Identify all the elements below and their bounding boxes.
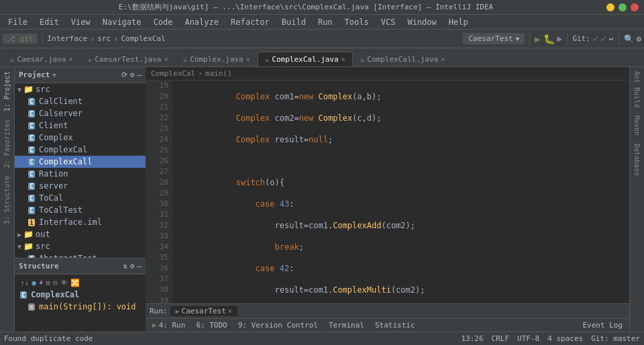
struct-btn2[interactable]: ⚙ xyxy=(130,262,135,270)
bottom-tab-terminal[interactable]: Terminal xyxy=(323,319,370,331)
interface-breadcrumb[interactable]: Interface xyxy=(48,34,88,43)
breadcrumb-main[interactable]: main() xyxy=(205,69,232,78)
panel-maven[interactable]: Maven xyxy=(632,111,642,140)
struct-btn1[interactable]: ⇅ xyxy=(123,262,127,270)
debug-button[interactable]: 🐛 xyxy=(543,34,555,44)
code-editor[interactable]: 19 20 21 22 23 24 25 26 27 28 29 30 31 3… xyxy=(146,81,629,303)
project-title: Project xyxy=(19,70,50,79)
tab-complex[interactable]: ☕ Complex.java × xyxy=(176,52,258,66)
struct-icon-3[interactable]: ♦ xyxy=(39,279,44,287)
src-breadcrumb[interactable]: src xyxy=(97,34,111,43)
menu-item-edit[interactable]: Edit xyxy=(34,16,64,28)
tab-complexcall-close[interactable]: × xyxy=(441,56,445,63)
undo-button[interactable]: ↩ xyxy=(609,34,614,44)
tab-caesar[interactable]: ☕ Caesar.java × xyxy=(3,52,80,66)
complexcal-breadcrumb[interactable]: ComplexCal xyxy=(121,34,165,43)
git-master[interactable]: Git: master xyxy=(591,334,640,343)
tab-caesartest[interactable]: ☕ CaesarTest.java × xyxy=(80,52,176,66)
search-everywhere-icon[interactable]: 🔍 xyxy=(624,34,634,44)
panel-tab-favorites[interactable]: 2: Favorites xyxy=(2,115,12,172)
tree-item-ration[interactable]: C Ration xyxy=(15,168,146,180)
tab-caesartest-icon: ☕ xyxy=(88,55,93,64)
tab-complexcal-icon: ☕ xyxy=(265,55,270,64)
struct-icon-4[interactable]: ⊞ xyxy=(46,279,51,287)
encoding[interactable]: UTF-8 xyxy=(517,334,539,343)
menu-item-file[interactable]: File xyxy=(3,16,33,28)
maximize-button[interactable] xyxy=(619,3,627,11)
struct-icon-5[interactable]: ⊟ xyxy=(53,279,58,287)
structure-main[interactable]: m main(String[]): void xyxy=(17,301,143,313)
run-tab-caesartest[interactable]: ▶ CaesarTest × xyxy=(170,306,237,316)
breadcrumb-bar: ComplexCal › main() xyxy=(146,67,629,81)
indent[interactable]: 4 spaces xyxy=(547,334,583,343)
tree-item-complex[interactable]: C Complex xyxy=(15,132,146,144)
tree-item-client[interactable]: C Client xyxy=(15,119,146,132)
caesartest-run-config[interactable]: CaesarTest ▼ xyxy=(463,33,525,44)
tree-item-calclient[interactable]: C CalClient xyxy=(15,95,146,107)
settings-icon[interactable]: ⚙ xyxy=(130,70,135,79)
title-text: E:\数据结构与java\git] — ...\Interface\src\Co… xyxy=(5,2,606,12)
struct-icon-1[interactable]: ↑↓ xyxy=(20,279,29,287)
tree-item-abstracttest[interactable]: C AbstractTest xyxy=(15,252,146,258)
struct-icon-2[interactable]: ● xyxy=(32,279,36,287)
menu-item-window[interactable]: Window xyxy=(402,16,441,28)
run-play-button[interactable]: ▶ xyxy=(535,34,540,44)
struct-icon-6[interactable]: 👁 xyxy=(60,279,68,287)
menu-item-vcs[interactable]: VCS xyxy=(376,16,401,28)
bottom-tab-run[interactable]: ▶ 4: Run xyxy=(147,319,191,331)
menu-item-refactor[interactable]: Refactor xyxy=(225,16,275,28)
event-log-link[interactable]: Event Log xyxy=(577,319,628,331)
menu-item-analyze[interactable]: Analyze xyxy=(179,16,224,28)
tree-item-calserver[interactable]: C Calserver xyxy=(15,107,146,119)
tree-item-server[interactable]: C server xyxy=(15,180,146,192)
tree-item-tocaltest[interactable]: C ToCalTest xyxy=(15,204,146,216)
menu-item-build[interactable]: Build xyxy=(276,16,311,28)
panel-database[interactable]: Database xyxy=(632,140,642,180)
tab-bar: ☕ Caesar.java × ☕ CaesarTest.java × ☕ Co… xyxy=(0,48,644,67)
tree-item-src2[interactable]: ▼ 📁 src xyxy=(15,240,146,252)
structure-complexcal[interactable]: C ComplexCal xyxy=(17,289,143,301)
tree-item-out[interactable]: ▶ 📁 out xyxy=(15,228,146,240)
panel-tab-structure[interactable]: 3: Structure xyxy=(2,172,12,228)
tab-complexcal-close[interactable]: × xyxy=(341,56,345,63)
struct-btn3[interactable]: — xyxy=(137,262,142,270)
struct-icon-7[interactable]: 🔀 xyxy=(70,279,80,287)
menu-item-view[interactable]: View xyxy=(66,16,96,28)
coverage-button[interactable]: ▶ xyxy=(557,34,563,44)
line-sep[interactable]: CRLF xyxy=(492,334,510,343)
minimize-button[interactable] xyxy=(606,3,614,11)
menu-item-navigate[interactable]: Navigate xyxy=(97,16,147,28)
sync-icon[interactable]: ⟳ xyxy=(121,70,127,79)
menu-item-code[interactable]: Code xyxy=(148,16,178,28)
tree-item-complexcall[interactable]: C ComplexCall xyxy=(15,156,146,168)
run-tab-close[interactable]: × xyxy=(228,307,232,315)
menu-item-help[interactable]: Help xyxy=(443,16,474,28)
breadcrumb-sep: › xyxy=(198,69,203,78)
structure-header: Structure ⇅ ⚙ — xyxy=(15,258,146,275)
tab-caesar-close[interactable]: × xyxy=(68,56,72,63)
tree-item-src-root[interactable]: ▼ 📁 src xyxy=(15,83,146,95)
panel-ant-build[interactable]: Ant Build xyxy=(632,67,642,111)
tree-item-interface-iml[interactable]: i Interface.iml xyxy=(15,216,146,228)
settings-icon[interactable]: ⚙ xyxy=(637,34,641,44)
found-msg: Found duplicate code xyxy=(4,334,93,343)
breadcrumb-complexcal[interactable]: ComplexCal xyxy=(151,69,195,78)
tab-complexcall[interactable]: ☕ ComplexCall.java × xyxy=(353,52,453,66)
tree-item-tocal[interactable]: C ToCal xyxy=(15,192,146,204)
tab-complex-close[interactable]: × xyxy=(246,56,250,63)
close-button[interactable] xyxy=(631,3,639,11)
git-check-1[interactable]: ✓ xyxy=(593,34,598,44)
panel-tab-project[interactable]: 1: Project xyxy=(2,67,12,115)
git-check-2[interactable]: ✓ xyxy=(601,34,606,44)
tree-item-complexcal[interactable]: C ComplexCal xyxy=(15,144,146,156)
hide-icon[interactable]: — xyxy=(137,70,142,79)
project-dropdown[interactable]: ▼ xyxy=(52,72,56,79)
bottom-tab-statistic[interactable]: Statistic xyxy=(370,319,421,331)
tab-complexcal[interactable]: ☕ ComplexCal.java × xyxy=(258,52,353,66)
menu-item-run[interactable]: Run xyxy=(313,16,338,28)
bottom-tab-todo[interactable]: 6: TODO xyxy=(191,319,232,331)
tab-caesartest-close[interactable]: × xyxy=(164,56,168,63)
git-badge[interactable]: ⎇ git xyxy=(3,34,38,44)
menu-item-tools[interactable]: Tools xyxy=(339,16,374,28)
bottom-tab-vcs[interactable]: 9: Version Control xyxy=(233,319,323,331)
